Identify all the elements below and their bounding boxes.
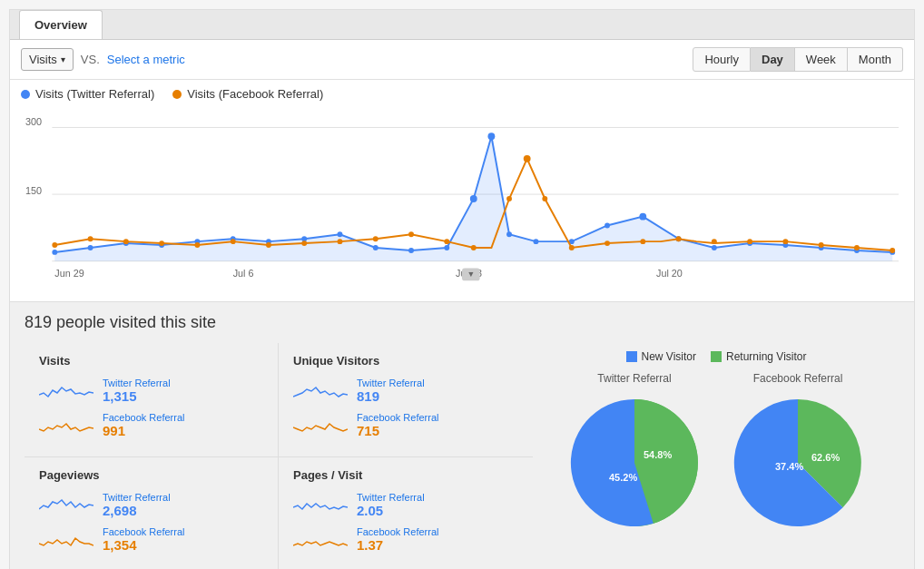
pageviews-facebook-row: Facebook Referral 1,354 [39,525,263,553]
stats-section: 819 people visited this site Visits Twit… [10,302,914,569]
fb-dot-9 [373,236,378,241]
metric-select: Visits ▾ VS. Select a metric [21,48,185,71]
pages-facebook-source: Facebook Referral [357,526,439,537]
twitter-pie-title: Twitter Referral [562,372,707,385]
vs-text: VS. [81,53,100,66]
fb-dot-20 [747,239,752,244]
twitter-dot-1 [88,245,93,250]
pageviews-twitter-source: Twitter Referral [103,492,171,503]
visits-facebook-info: Facebook Referral 991 [103,412,185,438]
stats-content: Visits Twitter Referral 1,315 [25,343,899,569]
fb-dot-10 [408,231,414,237]
unique-twitter-source: Twitter Referral [357,378,425,388]
stats-title: 819 people visited this site [25,313,899,332]
fb-dot-peak [524,155,531,162]
hourly-button[interactable]: Hourly [693,47,751,72]
facebook-pie-wrapper: Facebook Referral 37.4% 62.6% [725,372,870,538]
fb-dot-21 [782,239,788,244]
pageviews-twitter-minichart [39,491,93,518]
returning-visitor-box [711,351,722,362]
unique-facebook-value: 715 [357,423,439,438]
pages-visit-title: Pages / Visit [293,468,518,482]
visits-facebook-row: Facebook Referral 991 [39,411,263,438]
pageviews-facebook-info: Facebook Referral 1,354 [103,526,185,553]
page-wrapper: Overview Visits ▾ VS. Select a metric Ho… [9,9,915,569]
fb-dot-15 [569,245,575,250]
stat-group-pages-visit: Pages / Visit Twitter Referral 2.05 [279,457,533,569]
pie-charts: Twitter Referral [547,372,885,538]
fb-dot-12 [471,245,477,250]
legend-twitter: Visits (Twitter Referral) [21,87,154,101]
fb-dot-1 [88,236,93,241]
twitter-dot-9 [373,245,378,250]
fb-dot-13 [506,196,512,201]
visits-twitter-minichart [39,377,93,404]
pages-twitter-value: 2.05 [357,503,425,518]
returning-visitor-label: Returning Visitor [726,350,807,363]
fb-dot-7 [301,240,307,246]
legend-facebook: Visits (Facebook Referral) [172,87,323,101]
twitter-dot-19 [712,245,717,250]
time-buttons: Hourly Day Week Month [693,47,903,72]
fb-dot-3 [159,240,164,246]
twitter-returning-pct: 45.2% [609,472,637,483]
legend-facebook-label: Visits (Facebook Referral) [187,87,323,101]
unique-title: Unique Visitors [293,354,518,368]
visits-dropdown[interactable]: Visits ▾ [21,48,74,71]
visits-facebook-minichart [39,411,93,438]
chart-legend: Visits (Twitter Referral) Visits (Facebo… [10,80,914,108]
twitter-dot [21,90,30,99]
visits-title: Visits [39,354,263,368]
month-button[interactable]: Month [848,47,903,72]
visits-facebook-value: 991 [103,423,185,438]
toolbar: Visits ▾ VS. Select a metric Hourly Day … [10,40,914,80]
fb-dot-22 [819,242,824,248]
twitter-dot-8 [338,231,343,237]
pageviews-facebook-source: Facebook Referral [103,526,185,537]
unique-facebook-row: Facebook Referral 715 [293,411,518,438]
fb-dot-23 [854,245,860,250]
week-button[interactable]: Week [795,47,848,72]
fb-dot-16 [605,240,610,246]
pageviews-facebook-value: 1,354 [103,537,185,553]
fb-dot-24 [890,248,895,253]
twitter-dot-13 [506,231,512,237]
fb-dot-2 [123,239,129,244]
chart-area: 300 150 Jun 29 Jul 6 Jul 13 Jul 20 [10,108,914,301]
pageviews-twitter-value: 2,698 [103,503,171,518]
fb-dot-11 [444,239,449,244]
pageviews-facebook-minichart [39,525,93,553]
unique-facebook-minichart [293,411,348,438]
facebook-pie-chart: 37.4% 62.6% [725,390,870,535]
fb-dot-18 [676,236,682,241]
x-label-jul6: Jul 6 [233,268,254,279]
visits-twitter-info: Twitter Referral 1,315 [103,378,171,404]
pages-twitter-row: Twitter Referral 2.05 [293,491,518,518]
overview-tab[interactable]: Overview [19,10,103,39]
visits-label: Visits [29,53,57,66]
scroll-arrow-icon: ▼ [467,270,475,279]
fb-dot-17 [640,239,645,244]
pages-twitter-source: Twitter Referral [357,492,425,503]
select-metric-link[interactable]: Select a metric [107,53,185,66]
twitter-dot-16 [605,223,610,229]
twitter-dot-0 [52,250,57,255]
twitter-new-pct: 54.8% [644,449,672,460]
stat-group-visits: Visits Twitter Referral 1,315 [25,343,279,457]
facebook-returning-pct: 37.4% [775,461,803,472]
fb-dot-6 [266,242,271,248]
fb-dot-5 [231,239,236,244]
pageviews-twitter-row: Twitter Referral 2,698 [39,491,263,518]
pages-facebook-info: Facebook Referral 1.37 [357,526,439,553]
visits-twitter-row: Twitter Referral 1,315 [39,377,263,404]
twitter-dot-peak [487,132,495,140]
unique-twitter-value: 819 [357,388,425,404]
x-label-jun29: Jun 29 [54,268,84,279]
twitter-dot-11 [444,245,449,250]
unique-facebook-info: Facebook Referral 715 [357,412,439,438]
pie-legend: New Visitor Returning Visitor [547,350,885,363]
fb-dot-14 [542,196,547,201]
day-button[interactable]: Day [751,47,795,72]
unique-twitter-row: Twitter Referral 819 [293,377,518,404]
twitter-dot-10 [408,248,414,253]
